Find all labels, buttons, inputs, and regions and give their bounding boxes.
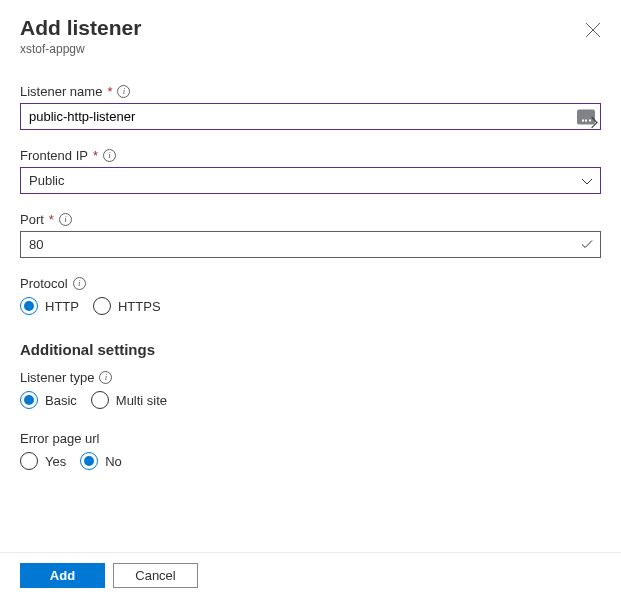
radio-label: HTTPS: [118, 299, 161, 314]
protocol-http-radio[interactable]: HTTP: [20, 297, 79, 315]
close-icon: [585, 22, 601, 38]
error-page-no-radio[interactable]: No: [80, 452, 122, 470]
close-button[interactable]: [585, 22, 601, 38]
error-page-url-label: Error page url: [20, 431, 99, 446]
frontend-ip-label: Frontend IP: [20, 148, 88, 163]
listener-name-label: Listener name: [20, 84, 102, 99]
frontend-ip-select[interactable]: Public: [20, 167, 601, 194]
required-indicator: *: [107, 84, 112, 99]
radio-label: Multi site: [116, 393, 167, 408]
password-manager-icon[interactable]: [577, 109, 595, 124]
radio-icon: [80, 452, 98, 470]
cancel-button[interactable]: Cancel: [113, 563, 198, 588]
info-icon[interactable]: i: [103, 149, 116, 162]
radio-label: No: [105, 454, 122, 469]
required-indicator: *: [93, 148, 98, 163]
port-label: Port: [20, 212, 44, 227]
radio-icon: [20, 391, 38, 409]
additional-settings-heading: Additional settings: [20, 341, 601, 358]
listener-type-label: Listener type: [20, 370, 94, 385]
page-title: Add listener: [20, 16, 141, 40]
port-select[interactable]: 80: [20, 231, 601, 258]
protocol-https-radio[interactable]: HTTPS: [93, 297, 161, 315]
info-icon[interactable]: i: [99, 371, 112, 384]
required-indicator: *: [49, 212, 54, 227]
listener-type-basic-radio[interactable]: Basic: [20, 391, 77, 409]
breadcrumb: xstof-appgw: [20, 42, 141, 56]
radio-icon: [20, 452, 38, 470]
info-icon[interactable]: i: [59, 213, 72, 226]
radio-label: Yes: [45, 454, 66, 469]
error-page-yes-radio[interactable]: Yes: [20, 452, 66, 470]
listener-type-multi-radio[interactable]: Multi site: [91, 391, 167, 409]
info-icon[interactable]: i: [117, 85, 130, 98]
info-icon[interactable]: i: [73, 277, 86, 290]
radio-icon: [91, 391, 109, 409]
radio-icon: [20, 297, 38, 315]
protocol-label: Protocol: [20, 276, 68, 291]
add-button[interactable]: Add: [20, 563, 105, 588]
listener-name-input[interactable]: [20, 103, 601, 130]
radio-icon: [93, 297, 111, 315]
radio-label: HTTP: [45, 299, 79, 314]
radio-label: Basic: [45, 393, 77, 408]
